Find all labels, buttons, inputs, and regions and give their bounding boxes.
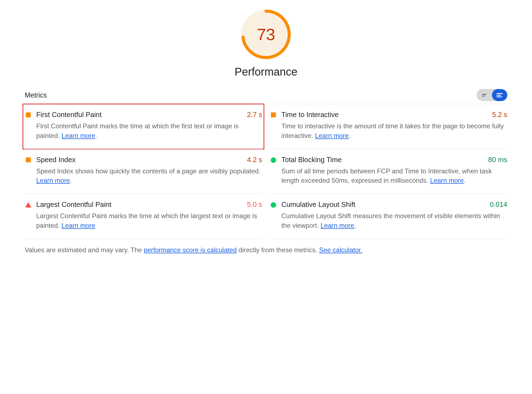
square-icon	[26, 112, 31, 117]
metric-card: Total Blocking Time80 msSum of all time …	[270, 149, 507, 194]
metric-description: Largest Contentful Paint marks the time …	[36, 211, 262, 231]
metric-card: Largest Contentful Paint5.0 sLargest Con…	[25, 194, 262, 239]
expanded-icon	[497, 93, 503, 97]
metric-card: Speed Index4.2 sSpeed Index shows how qu…	[25, 149, 262, 194]
metrics-grid: First Contentful Paint2.7 sFirst Content…	[25, 104, 507, 239]
view-toggle	[477, 89, 507, 101]
metrics-header-row: Metrics	[25, 89, 507, 101]
metric-value: 2.7 s	[247, 111, 262, 119]
metric-desc-text: Cumulative Layout Shift measures the mov…	[281, 212, 500, 229]
footnote-mid: directly from these metrics.	[237, 246, 319, 254]
metric-desc-post: .	[354, 222, 356, 229]
metric-title: Largest Contentful Paint	[36, 201, 111, 209]
triangle-icon	[25, 202, 31, 207]
footnote-score-link[interactable]: performance score is calculated	[144, 246, 237, 254]
footer-divider	[25, 239, 507, 239]
learn-more-link[interactable]: Learn more	[61, 222, 95, 229]
metric-card: Cumulative Layout Shift0.014Cumulative L…	[270, 194, 507, 239]
score-gauge: 73	[241, 10, 291, 59]
metric-top-row: Total Blocking Time80 ms	[281, 156, 507, 164]
metric-value: 5.2 s	[492, 111, 507, 119]
metric-top-row: Cumulative Layout Shift0.014	[281, 201, 507, 209]
metric-value: 0.014	[490, 201, 507, 209]
metric-top-row: Speed Index4.2 s	[36, 156, 262, 164]
metric-desc-text: Speed Index shows how quickly the conten…	[36, 167, 261, 175]
metric-body: Cumulative Layout Shift0.014Cumulative L…	[281, 201, 507, 231]
metric-desc-post: .	[464, 177, 466, 184]
metric-status-icon	[25, 156, 32, 186]
gauge-score-value: 73	[257, 25, 275, 44]
metric-value: 80 ms	[488, 156, 507, 164]
metric-title: Total Blocking Time	[281, 156, 342, 164]
metric-top-row: Time to Interactive5.2 s	[281, 111, 507, 119]
metric-title: Cumulative Layout Shift	[281, 201, 355, 209]
metric-status-icon	[270, 201, 277, 231]
metric-value: 4.2 s	[247, 156, 262, 164]
metric-top-row: First Contentful Paint2.7 s	[36, 111, 262, 119]
metric-desc-text: Time to interactive is the amount of tim…	[281, 122, 504, 139]
metric-body: First Contentful Paint2.7 sFirst Content…	[36, 111, 262, 141]
metric-body: Largest Contentful Paint5.0 sLargest Con…	[36, 201, 262, 231]
metric-status-icon	[25, 201, 32, 231]
metric-body: Time to Interactive5.2 sTime to interact…	[281, 111, 507, 141]
metric-value: 5.0 s	[247, 201, 262, 209]
metric-description: Sum of all time periods between FCP and …	[281, 167, 507, 186]
metric-desc-post: .	[70, 177, 72, 184]
metric-body: Speed Index4.2 sSpeed Index shows how qu…	[36, 156, 262, 186]
metric-title: Time to Interactive	[281, 111, 339, 119]
performance-header: 73 Performance	[25, 10, 507, 78]
learn-more-link[interactable]: Learn more	[36, 177, 70, 184]
metric-card: Time to Interactive5.2 sTime to interact…	[270, 104, 507, 149]
metric-description: First Contentful Paint marks the time at…	[36, 121, 262, 141]
metric-card: First Contentful Paint2.7 sFirst Content…	[25, 104, 262, 149]
metric-body: Total Blocking Time80 msSum of all time …	[281, 156, 507, 186]
footnote-pre: Values are estimated and may vary. The	[25, 246, 144, 254]
learn-more-link[interactable]: Learn more	[321, 222, 354, 229]
metric-desc-post: .	[349, 132, 351, 139]
footnote: Values are estimated and may vary. The p…	[25, 245, 507, 255]
view-expanded-button[interactable]	[492, 89, 507, 101]
circle-icon	[271, 157, 276, 163]
metrics-label: Metrics	[25, 91, 47, 99]
metric-desc-post: .	[95, 132, 97, 139]
page-title: Performance	[235, 66, 298, 78]
square-icon	[26, 157, 31, 162]
footnote-calculator-link[interactable]: See calculator.	[319, 246, 362, 254]
metric-top-row: Largest Contentful Paint5.0 s	[36, 201, 262, 209]
collapsed-icon	[482, 94, 486, 96]
metric-status-icon	[270, 156, 277, 186]
metric-status-icon	[25, 111, 32, 141]
metric-description: Time to interactive is the amount of tim…	[281, 121, 507, 141]
metric-status-icon	[270, 111, 277, 141]
square-icon	[271, 112, 276, 117]
metric-description: Cumulative Layout Shift measures the mov…	[281, 211, 507, 231]
metric-title: Speed Index	[36, 156, 75, 164]
metric-title: First Contentful Paint	[36, 111, 102, 119]
learn-more-link[interactable]: Learn more	[430, 177, 464, 184]
learn-more-link[interactable]: Learn more	[61, 132, 95, 139]
circle-icon	[271, 202, 276, 208]
learn-more-link[interactable]: Learn more	[315, 132, 349, 139]
metric-description: Speed Index shows how quickly the conten…	[36, 167, 262, 186]
view-collapsed-button[interactable]	[477, 89, 492, 101]
